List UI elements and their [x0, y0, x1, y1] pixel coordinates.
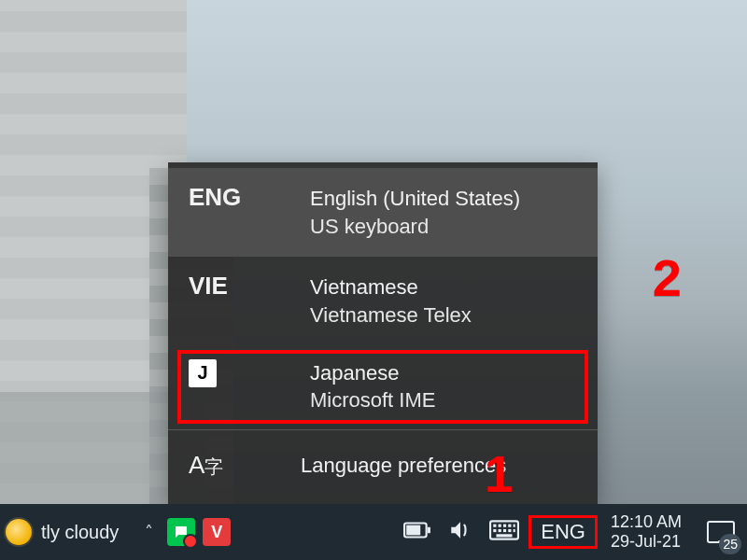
svg-rect-12 — [509, 529, 512, 532]
language-item-vietnamese[interactable]: VIE Vietnamese Vietnamese Telex — [168, 257, 598, 345]
svg-rect-5 — [499, 525, 501, 527]
language-code: ENG — [189, 185, 301, 209]
language-item-japanese[interactable]: J Japanese Microsoft IME — [168, 346, 598, 427]
keyboard-layout: Vietnamese Telex — [310, 301, 577, 329]
language-switcher-flyout: ENG English (United States) US keyboard … — [168, 162, 598, 504]
system-tray — [394, 518, 529, 546]
language-item-english[interactable]: ENG English (United States) US keyboard — [168, 168, 598, 257]
language-code: VIE — [189, 273, 301, 298]
notification-count-badge: 25 — [719, 534, 741, 554]
japanese-ime-icon: J — [189, 359, 217, 387]
weather-icon — [6, 519, 32, 545]
language-title: Vietnamese — [310, 273, 577, 301]
clock-time: 12:10 AM — [611, 512, 682, 532]
language-preferences-label: Language preferences — [301, 454, 577, 478]
keyboard-layout: US keyboard — [310, 213, 577, 241]
language-name-group: Japanese Microsoft IME — [310, 359, 577, 414]
keyboard-layout: Microsoft IME — [310, 386, 577, 414]
language-preferences-link[interactable]: A字 Language preferences — [168, 432, 598, 504]
svg-rect-8 — [514, 525, 515, 527]
svg-rect-9 — [494, 529, 497, 532]
flyout-divider — [168, 429, 598, 430]
language-indicator[interactable]: ENG — [529, 515, 598, 549]
tray-icons: V — [162, 518, 236, 546]
volume-icon[interactable] — [448, 518, 472, 546]
action-center-button[interactable]: 25 — [695, 504, 747, 560]
svg-rect-11 — [503, 529, 506, 532]
weather-text: tly cloudy — [41, 522, 119, 543]
tray-app-unikey-icon[interactable]: V — [203, 518, 231, 546]
touch-keyboard-icon[interactable] — [489, 520, 519, 544]
language-name-group: English (United States) US keyboard — [310, 185, 577, 240]
svg-rect-14 — [497, 534, 513, 537]
tray-overflow-chevron-icon[interactable]: ˄ — [135, 522, 162, 542]
language-title: English (United States) — [310, 185, 577, 213]
tray-app-line-icon[interactable] — [167, 518, 195, 546]
weather-widget[interactable]: tly cloudy — [0, 504, 119, 560]
svg-rect-2 — [406, 525, 420, 536]
svg-rect-10 — [499, 529, 501, 532]
language-title: Japanese — [310, 359, 577, 387]
clock-date: 29-Jul-21 — [611, 532, 681, 552]
svg-rect-13 — [514, 529, 515, 532]
svg-rect-6 — [503, 525, 506, 527]
svg-rect-1 — [428, 527, 430, 533]
taskbar: tly cloudy ˄ V ENG 12:10 AM 29-Jul-21 — [0, 504, 747, 560]
svg-rect-4 — [494, 525, 497, 527]
taskbar-clock[interactable]: 12:10 AM 29-Jul-21 — [598, 512, 695, 551]
svg-rect-7 — [509, 525, 512, 527]
battery-icon[interactable] — [403, 522, 431, 542]
language-name-group: Vietnamese Vietnamese Telex — [310, 273, 577, 329]
language-preferences-icon: A字 — [189, 451, 301, 480]
